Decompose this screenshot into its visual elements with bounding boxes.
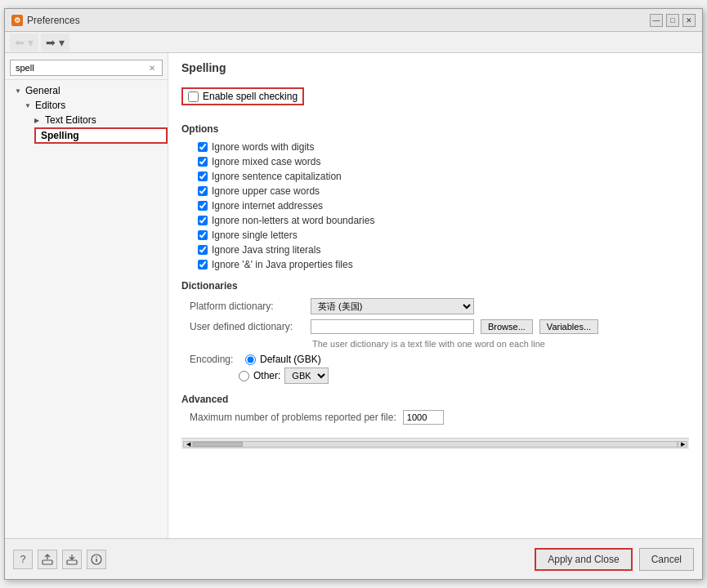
option-nonletters: Ignore non-letters at word boundaries bbox=[198, 213, 689, 228]
expand-arrow-general: ▼ bbox=[15, 87, 23, 95]
checkbox-mixed[interactable] bbox=[198, 157, 208, 167]
footer-left: ? bbox=[13, 550, 106, 569]
checkbox-ampersand[interactable] bbox=[198, 260, 208, 270]
max-problems-input[interactable] bbox=[403, 410, 444, 425]
scroll-right-arrow[interactable]: ▶ bbox=[678, 441, 687, 448]
apply-close-button[interactable]: Apply and Close bbox=[535, 548, 632, 571]
encoding-section: Encoding: Default (GBK) Other: GBK bbox=[190, 354, 689, 384]
label-sentence: Ignore sentence capitalization bbox=[212, 171, 342, 182]
checkbox-sentence[interactable] bbox=[198, 172, 208, 181]
encoding-default-row: Default (GBK) bbox=[245, 354, 321, 365]
label-mixed: Ignore mixed case words bbox=[212, 156, 320, 167]
checkbox-single[interactable] bbox=[198, 230, 208, 240]
preferences-window: ⚙ Preferences — □ ✕ ⬅ ▾ ➡ ▾ ✕ ▼ Genera bbox=[4, 8, 703, 580]
sidebar-item-editors[interactable]: ▼ Editors bbox=[5, 98, 168, 113]
export-button[interactable] bbox=[38, 550, 57, 569]
platform-dict-label: Platform dictionary: bbox=[190, 301, 304, 312]
content-title: Spelling bbox=[181, 61, 689, 78]
title-bar-left: ⚙ Preferences bbox=[11, 15, 80, 26]
info-button[interactable] bbox=[87, 550, 106, 569]
checkbox-java[interactable] bbox=[198, 245, 208, 255]
encoding-other-radio-row: Other: GBK bbox=[239, 368, 329, 384]
platform-dict-row: Platform dictionary: 英语 (美国) bbox=[190, 298, 689, 314]
close-button[interactable]: ✕ bbox=[682, 14, 696, 27]
sidebar-item-text-editors[interactable]: ▶ Text Editors bbox=[5, 113, 168, 127]
title-bar: ⚙ Preferences — □ ✕ bbox=[5, 9, 702, 32]
advanced-row: Maximum number of problems reported per … bbox=[190, 410, 689, 425]
dictionaries-section-title: Dictionaries bbox=[181, 280, 689, 292]
import-icon bbox=[66, 554, 78, 565]
label-single: Ignore single letters bbox=[212, 229, 298, 241]
label-java: Ignore Java string literals bbox=[212, 244, 320, 256]
import-button[interactable] bbox=[62, 550, 82, 569]
encoding-other-radio[interactable] bbox=[239, 371, 249, 381]
scrollbar-track bbox=[193, 441, 678, 448]
option-internet: Ignore internet addresses bbox=[198, 198, 689, 213]
scroll-left-arrow[interactable]: ◀ bbox=[183, 441, 193, 448]
bottom-scroll-area: ◀ ▶ bbox=[181, 438, 689, 449]
encoding-default-radio[interactable] bbox=[245, 354, 256, 365]
dictionaries-section: Platform dictionary: 英语 (美国) User define… bbox=[181, 298, 689, 384]
dict-hint-text: The user dictionary is a text file with … bbox=[312, 339, 689, 349]
max-problems-label: Maximum number of problems reported per … bbox=[190, 412, 396, 423]
option-ampersand: Ignore '&' in Java properties files bbox=[198, 257, 689, 272]
maximize-button[interactable]: □ bbox=[666, 14, 679, 27]
encoding-other-select[interactable]: GBK bbox=[284, 368, 329, 384]
forward-button[interactable]: ➡ ▾ bbox=[41, 33, 69, 51]
options-section-title: Options bbox=[181, 123, 689, 135]
browse-button[interactable]: Browse... bbox=[481, 319, 533, 334]
label-ampersand: Ignore '&' in Java properties files bbox=[212, 259, 353, 270]
search-container: ✕ bbox=[5, 56, 168, 80]
cancel-button[interactable]: Cancel bbox=[639, 548, 694, 571]
back-button[interactable]: ⬅ ▾ bbox=[10, 33, 38, 51]
encoding-label: Encoding: bbox=[190, 354, 239, 365]
option-digits: Ignore words with digits bbox=[198, 140, 689, 154]
encoding-default-label: Default (GBK) bbox=[260, 354, 321, 365]
window-title: Preferences bbox=[27, 15, 80, 26]
user-dict-input[interactable] bbox=[311, 319, 474, 334]
sidebar-item-label-general: General bbox=[25, 85, 60, 96]
option-java: Ignore Java string literals bbox=[198, 243, 689, 257]
checkbox-internet[interactable] bbox=[198, 201, 208, 211]
expand-arrow-text-editors: ▶ bbox=[34, 117, 43, 124]
advanced-section-title: Advanced bbox=[181, 394, 689, 405]
horizontal-scrollbar[interactable]: ◀ ▶ bbox=[181, 438, 689, 449]
label-internet: Ignore internet addresses bbox=[212, 200, 323, 212]
platform-dict-select[interactable]: 英语 (美国) bbox=[311, 298, 474, 314]
sidebar-item-label-text-editors: Text Editors bbox=[45, 114, 96, 126]
sidebar-item-general[interactable]: ▼ General bbox=[5, 83, 168, 98]
sidebar: ✕ ▼ General ▼ Editors ▶ Text Editors Spe… bbox=[5, 53, 168, 538]
search-input[interactable] bbox=[16, 63, 144, 73]
svg-point-4 bbox=[96, 556, 97, 558]
main-content: ✕ ▼ General ▼ Editors ▶ Text Editors Spe… bbox=[5, 53, 702, 538]
minimize-button[interactable]: — bbox=[650, 14, 663, 27]
option-mixed: Ignore mixed case words bbox=[198, 154, 689, 169]
search-clear-icon[interactable]: ✕ bbox=[149, 64, 155, 73]
svg-rect-0 bbox=[43, 560, 52, 564]
encoding-other-label: Other: bbox=[253, 370, 280, 381]
sidebar-item-label-editors: Editors bbox=[35, 100, 65, 111]
label-digits: Ignore words with digits bbox=[212, 141, 314, 153]
svg-rect-1 bbox=[67, 560, 77, 564]
help-button[interactable]: ? bbox=[13, 550, 33, 569]
scrollbar-thumb bbox=[194, 442, 243, 447]
enable-spellcheck-checkbox[interactable] bbox=[188, 91, 199, 102]
checkbox-upper[interactable] bbox=[198, 186, 208, 196]
app-icon: ⚙ bbox=[11, 15, 23, 26]
expand-arrow-editors: ▼ bbox=[25, 102, 33, 109]
checkbox-nonletters[interactable] bbox=[198, 216, 208, 225]
sidebar-item-label-spelling: Spelling bbox=[41, 130, 79, 141]
option-upper: Ignore upper case words bbox=[198, 184, 689, 198]
footer-right: Apply and Close Cancel bbox=[535, 548, 694, 571]
enable-spellcheck-label: Enable spell checking bbox=[203, 91, 298, 102]
user-dict-label: User defined dictionary: bbox=[190, 321, 304, 332]
advanced-section: Advanced Maximum number of problems repo… bbox=[181, 394, 689, 425]
sidebar-item-spelling[interactable]: Spelling bbox=[34, 127, 168, 144]
encoding-row: Encoding: Default (GBK) bbox=[190, 354, 689, 365]
title-bar-controls: — □ ✕ bbox=[650, 14, 696, 27]
label-upper: Ignore upper case words bbox=[212, 185, 320, 197]
export-icon bbox=[42, 554, 53, 565]
checkbox-digits[interactable] bbox=[198, 142, 208, 152]
footer: ? Apply and bbox=[5, 538, 702, 579]
variables-button[interactable]: Variables... bbox=[539, 319, 598, 334]
